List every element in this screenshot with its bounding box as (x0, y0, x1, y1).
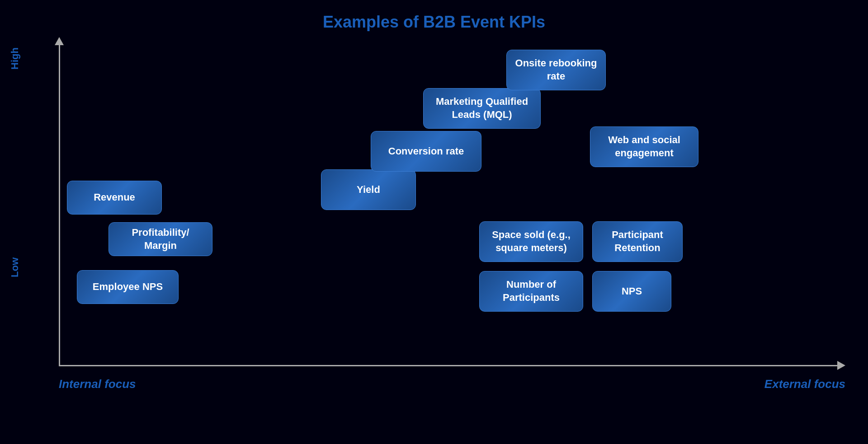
y-axis (59, 41, 60, 366)
kpi-box-web-social: Web and social engagement (590, 126, 698, 167)
kpi-box-profitability: Profitability/ Margin (108, 222, 212, 256)
kpi-box-nps: NPS (592, 271, 671, 312)
x-axis-label-right: External focus (764, 377, 845, 391)
y-axis-label-low: Low (9, 257, 21, 277)
x-axis-label-left: Internal focus (59, 377, 136, 391)
x-axis (59, 365, 841, 366)
y-axis-arrow (55, 37, 64, 45)
chart-title: Examples of B2B Event KPIs (323, 13, 545, 32)
kpi-box-revenue: Revenue (67, 181, 162, 215)
kpi-box-number-participants: Number of Participants (479, 271, 583, 312)
kpi-box-participant-retention: Participant Retention (592, 221, 683, 262)
kpi-box-employee-nps: Employee NPS (77, 270, 179, 304)
kpi-box-space-sold: Space sold (e.g., square meters) (479, 221, 583, 262)
x-axis-arrow (837, 361, 845, 370)
kpi-box-mql: Marketing Qualified Leads (MQL) (423, 88, 541, 129)
kpi-box-yield: Yield (321, 169, 416, 210)
kpi-box-onsite: Onsite rebooking rate (506, 50, 606, 90)
y-axis-label-high: High (9, 47, 21, 70)
kpi-box-conversion: Conversion rate (371, 131, 481, 172)
chart-container: Examples of B2B Event KPIs High Low Inte… (0, 0, 868, 444)
